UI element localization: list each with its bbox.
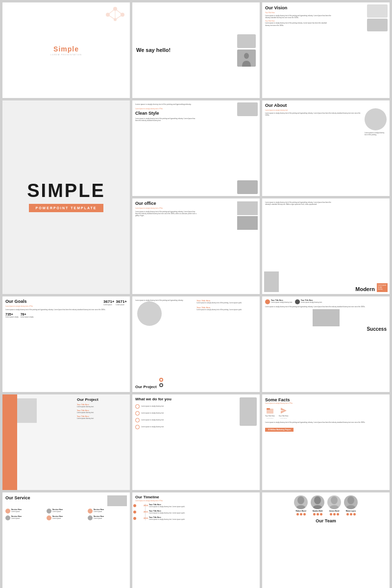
project-item1: Your Title Here Lorem ipsum is simply du… <box>196 299 258 304</box>
success-item1-text: Your Title Here Lorem ipsum simply dummy… <box>271 299 293 303</box>
svg-point-21 <box>331 496 338 504</box>
service4-text: Lorem ipsum <box>11 517 22 519</box>
project-right-item2-text: Lorem ipsum dummy text. <box>77 412 128 414</box>
avatar-silhouette <box>294 495 308 509</box>
avatar-silhouette2 <box>311 495 324 509</box>
brand-sub: LOREM PRESENTATION <box>50 53 82 56</box>
goals-stat1: 3671+ Lorem ipsum <box>103 299 114 307</box>
modern-accent-text: Lorem ipsum simply dummy <box>378 285 387 291</box>
service-header: Our Service <box>5 495 127 506</box>
social-fb3 <box>330 513 332 515</box>
what-item1-text: Lorem ipsum is simply dummy text <box>141 405 164 407</box>
social-fb <box>296 513 299 515</box>
svg-point-15 <box>88 509 93 514</box>
service1-text: Lorem ipsum <box>11 511 22 513</box>
slide-success: Your Title Here Lorem ipsum simply dummy… <box>262 296 390 392</box>
hello-text-block: We say hello! <box>136 47 235 53</box>
member-james-socials <box>327 513 341 515</box>
svg-point-16 <box>5 515 10 520</box>
member-robert-avatar <box>294 495 308 509</box>
facts-cta[interactable]: 21 Million Marketing Project <box>265 428 294 432</box>
svg-marker-12 <box>281 408 287 414</box>
social-fb2 <box>313 513 316 515</box>
vision-lorem2: Lorem ipsum is simply dummy text of the … <box>265 22 332 26</box>
about-accent: Lorem Ipsum is simply dummy text <box>265 109 363 111</box>
project-right-title: Our Project <box>77 397 128 402</box>
timeline-item-2015: 2015 Your Title Here Lorem ipsum is simp… <box>149 510 257 514</box>
goals-stat2: 3671+ Lorem ipsum <box>116 299 127 307</box>
avatar-silhouette4 <box>344 495 358 509</box>
vision-lorem: Lorem ipsum is simply dummy text of the … <box>265 15 332 19</box>
service3-icon <box>88 509 93 514</box>
goals-stat2-num: 3671+ <box>116 299 127 304</box>
dot-2014 <box>133 504 136 507</box>
goals-stats-top: 3671+ Lorem ipsum 3671+ Lorem ipsum <box>103 299 127 307</box>
goals-stat1-num: 3671+ <box>103 299 114 304</box>
goals-stat3-num: 735+ <box>5 313 19 316</box>
about-left: Our About Lorem Ipsum is simply dummy te… <box>265 103 363 193</box>
goals-stat1-label: Lorem ipsum <box>103 304 114 306</box>
network-icon <box>103 5 127 22</box>
project-right-item3-text: Lorem ipsum dummy text. <box>77 417 128 419</box>
what-item2-icon <box>135 411 140 416</box>
modern-title: Modern <box>281 286 375 292</box>
timeline-item-2016: 2016 Your Title Here Lorem ipsum is simp… <box>149 516 257 520</box>
goals-stat4-label: Lorem ipsum simply <box>21 316 34 318</box>
service5-icon <box>47 515 51 520</box>
what-item4-icon <box>135 425 140 429</box>
success-item1-lorem: Lorem ipsum simply dummy text. <box>271 301 293 303</box>
slide-vision: Our Vision Your Title Here Lorem ipsum i… <box>262 2 390 98</box>
what-item4-text: Lorem ipsum is simply dummy text <box>141 426 164 428</box>
folder-icon <box>266 407 274 415</box>
project-left-title: Our Project <box>135 385 157 389</box>
svg-point-17 <box>47 515 51 520</box>
what-item1: Lorem ipsum is simply dummy text <box>135 404 238 409</box>
dot-2015 <box>133 511 136 514</box>
svg-point-20 <box>314 496 321 504</box>
slide-timeline: Our Timeline Lorem Ipsum is simply dummy… <box>132 492 260 588</box>
what-item3-text: Lorem ipsum is simply dummy text <box>141 419 164 421</box>
social-tw4 <box>350 513 352 515</box>
member-mario-socials <box>344 513 358 515</box>
fact-icon2-title: Your Title Here <box>279 415 289 417</box>
year-2014: 2014 <box>144 504 148 507</box>
fact-icon1: Your Title Here Lorem ipsum <box>265 407 275 419</box>
team-title: Our Team <box>265 518 387 523</box>
project-right-item3: Your Title Here Lorem ipsum dummy text. <box>77 416 128 419</box>
service6-text: Lorem ipsum <box>94 517 104 519</box>
svg-point-18 <box>88 515 93 520</box>
svg-point-13 <box>5 509 10 514</box>
member-sandra: Sandra Bold <box>311 495 324 515</box>
fact-icon2-sub: Lorem ipsum <box>280 417 287 419</box>
hello-img2 <box>237 49 256 67</box>
fact-icon1-sub: Lorem ipsum <box>267 417 273 419</box>
service2-text: Lorem ipsum <box>52 511 63 513</box>
social-li3 <box>337 513 339 515</box>
slide-project-left: Lorem ipsum is simply dummy text of the … <box>132 296 260 392</box>
dot-2016 <box>133 517 136 520</box>
vision-accent: Your Title Here <box>265 12 332 14</box>
clean-img1 <box>237 102 258 116</box>
vision-images <box>367 4 388 31</box>
success-icon1 <box>265 299 270 304</box>
goals-lorem: Lorem ipsum is simply dummy text of the … <box>5 309 127 311</box>
success-icon2 <box>295 299 300 304</box>
member-robert: Robert Bond <box>294 495 308 515</box>
what-item2: Lorem ipsum is simply dummy text <box>135 411 238 416</box>
svg-point-22 <box>347 496 354 504</box>
slides-grid: Simple LOREM PRESENTATION We say hello! <box>0 0 392 588</box>
what-img <box>240 397 257 426</box>
project-right-orange-bar <box>2 394 17 490</box>
hello-heading: We say hello! <box>136 47 235 53</box>
svg-line-6 <box>108 15 115 20</box>
what-right <box>240 397 257 487</box>
what-item3: Lorem ipsum is simply dummy text <box>135 418 238 422</box>
slide-facts: Some Facts Lorem Ipsum is simply dummy t… <box>262 394 390 490</box>
member-james: James Bond <box>327 495 341 515</box>
timeline-title: Our Timeline <box>135 495 257 500</box>
goals-stat4: 78+ Lorem ipsum simply <box>21 313 34 318</box>
hello-img1 <box>237 34 256 48</box>
project-left-img <box>137 301 162 326</box>
facts-accent: Lorem Ipsum is simply dummy text of This <box>265 402 387 404</box>
tl-text-2015: Lorem ipsum is simply dummy text. Lorem … <box>149 512 257 514</box>
